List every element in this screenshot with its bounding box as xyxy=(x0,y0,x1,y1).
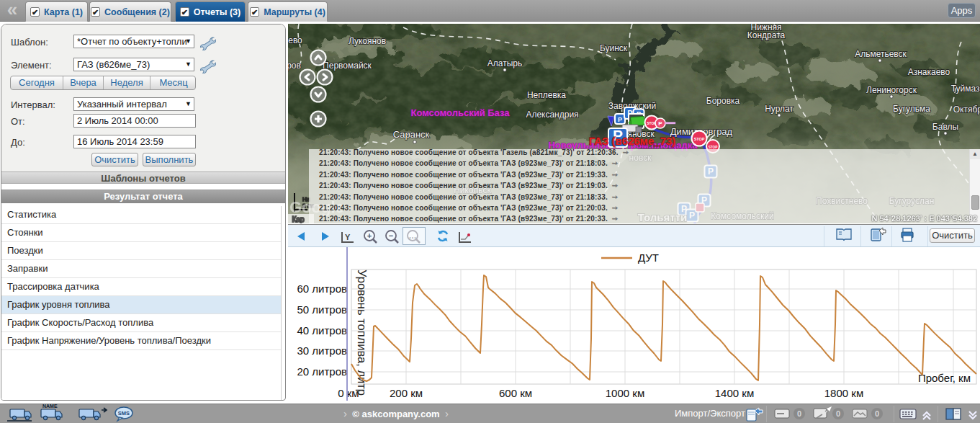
svg-text:Неплевка: Неплевка xyxy=(527,90,566,100)
svg-text:Комсомольский База: Комсомольский База xyxy=(410,107,510,118)
svg-text:STOP: STOP xyxy=(694,137,705,141)
svg-text:600 км: 600 км xyxy=(499,387,532,399)
svg-text:20 литров: 20 литров xyxy=(297,365,347,378)
svg-text:Азнакаево: Азнакаево xyxy=(908,67,950,77)
svg-text:Пробег, км: Пробег, км xyxy=(918,372,971,384)
svg-text:Кар: Кар xyxy=(292,215,305,223)
svg-text:Бавлы: Бавлы xyxy=(932,122,958,132)
svg-text:1800 км: 1800 км xyxy=(824,387,863,399)
svg-text:Александрия: Александрия xyxy=(526,110,578,120)
svg-text:ево: ево xyxy=(288,35,302,45)
svg-text:50 литров: 50 литров xyxy=(297,303,347,316)
svg-text:Уровень топлива, литр: Уровень топлива, литр xyxy=(356,270,369,396)
svg-text:Кондрата: Кондрата xyxy=(747,30,786,40)
svg-text:60 литров: 60 литров xyxy=(297,282,347,295)
svg-text:Нурлат: Нурлат xyxy=(765,104,794,114)
svg-text:Буинск: Буинск xyxy=(600,43,628,53)
svg-text:STOP: STOP xyxy=(709,146,718,149)
svg-text:Саранск: Саранск xyxy=(393,129,430,140)
svg-text:Y: Y xyxy=(345,233,351,241)
svg-text:0: 0 xyxy=(875,409,879,418)
svg-text:1000 км: 1000 км xyxy=(606,387,644,399)
svg-text:Туймазы: Туймазы xyxy=(951,84,980,94)
svg-text:P: P xyxy=(618,116,622,123)
svg-text:ДУТ: ДУТ xyxy=(638,251,659,264)
svg-text:0: 0 xyxy=(836,409,840,418)
svg-text:Бугульма: Бугульма xyxy=(893,104,930,114)
svg-text:1400 км: 1400 км xyxy=(715,387,754,399)
svg-text:−: − xyxy=(389,231,393,240)
svg-text:SMS: SMS xyxy=(118,410,130,417)
svg-text:ГАЗ (в626ме_73): ГАЗ (в626ме_73) xyxy=(589,135,676,147)
svg-text:NAME: NAME xyxy=(42,404,58,409)
svg-text:200 км: 200 км xyxy=(390,387,423,399)
svg-text:Боровка: Боровка xyxy=(706,96,740,106)
svg-text:Алатырь: Алатырь xyxy=(487,58,522,68)
svg-text:Лукоянов: Лукоянов xyxy=(349,36,386,46)
svg-text:40 литров: 40 литров xyxy=(297,324,347,337)
svg-text:Альметьевск: Альметьевск xyxy=(855,49,907,59)
svg-text:0: 0 xyxy=(797,409,801,418)
svg-text:+: + xyxy=(367,231,372,240)
svg-text:Октябрь: Октябрь xyxy=(953,104,980,115)
svg-text:Лениногорск: Лениногорск xyxy=(866,85,917,95)
svg-text:P: P xyxy=(658,120,662,127)
svg-text:30 литров: 30 литров xyxy=(297,344,347,357)
